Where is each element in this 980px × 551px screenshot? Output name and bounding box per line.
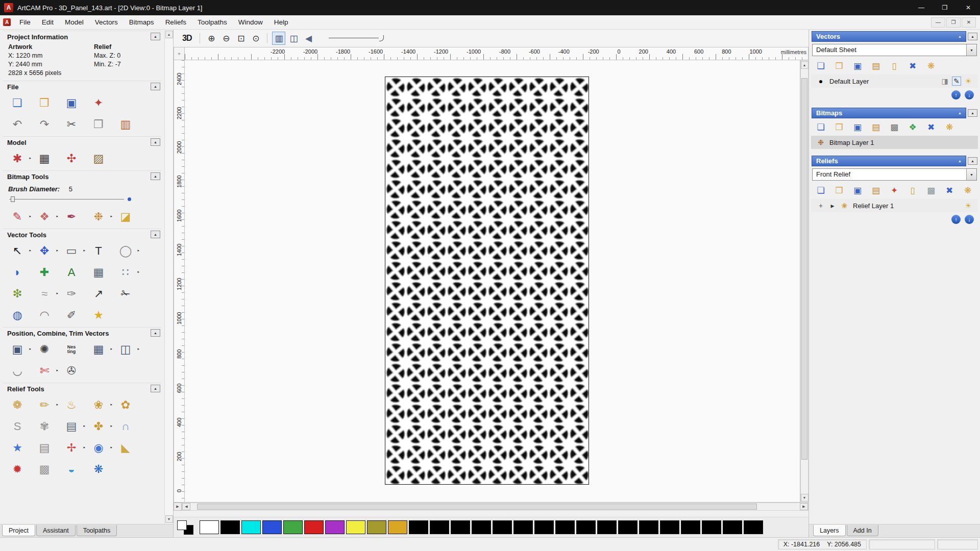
color-swatch-6[interactable] (325, 520, 345, 534)
sculpting-icon[interactable]: ✣ (63, 151, 80, 167)
zoom-window-icon[interactable]: ⊡ (234, 32, 248, 45)
paint-selective-icon[interactable]: ❖▸ (36, 209, 53, 225)
bitmap-layer-name[interactable]: Bitmap Layer 1 (829, 139, 973, 146)
color-swatch-24[interactable] (702, 520, 721, 534)
swept-profile-icon[interactable]: S (9, 418, 26, 435)
minimize-button[interactable]: — (910, 0, 933, 15)
create-rectangle-icon[interactable]: ▭▸ (63, 243, 80, 259)
relief-selector[interactable]: Front Relief ▼ (812, 168, 977, 181)
collapse-section-button[interactable]: ▲ (151, 231, 160, 238)
collapse-section-button[interactable]: ▲ (151, 83, 160, 90)
expand-icon[interactable]: ▸ (828, 201, 837, 210)
move-layer-up-button[interactable]: ↑ (951, 215, 961, 224)
collapse-section-button[interactable]: ▲ (151, 33, 160, 40)
chevron-down-icon[interactable]: ▼ (966, 44, 976, 56)
merge-relief-layers-icon[interactable]: ❋ (962, 185, 973, 196)
horizontal-scroll-thumb[interactable] (197, 504, 757, 510)
menu-window[interactable]: Window (233, 15, 268, 29)
tab-assistant[interactable]: Assistant (36, 525, 76, 536)
vertical-scroll-thumb[interactable] (801, 78, 807, 460)
menu-bitmaps[interactable]: Bitmaps (124, 15, 160, 29)
import-vectors-icon[interactable]: ▤ (870, 60, 881, 71)
mdi-minimize-button[interactable]: — (931, 17, 945, 28)
menu-help[interactable]: Help (268, 15, 294, 29)
toggle-bitmap-icon[interactable]: ◫ (287, 32, 300, 45)
turn-icon[interactable]: ❀▸ (90, 397, 107, 413)
texture-relief-icon[interactable]: ★ (9, 440, 26, 456)
adjust-model-icon[interactable]: ✱▸ (9, 151, 26, 167)
copy-icon[interactable]: ❐ (90, 116, 107, 133)
text-block-icon[interactable]: A (63, 264, 80, 281)
collapse-section-button[interactable]: ▲ (151, 138, 160, 146)
relief-layer-name[interactable]: Relief Layer 1 (853, 202, 960, 210)
dome-relief-icon[interactable]: ◉▸ (90, 440, 107, 456)
node-editing-icon[interactable]: ↗ (90, 286, 107, 302)
brush-diameter-slider[interactable] (9, 195, 124, 203)
create-polyline-icon[interactable]: ✚ (36, 264, 53, 281)
snap-grid-icon[interactable]: ▦ (90, 264, 107, 281)
relief-sheet-icon[interactable]: ▯ (907, 185, 918, 196)
greyscale-view-icon[interactable]: ▦ (36, 151, 53, 167)
select-vectors-icon[interactable]: ↖▸ (9, 243, 26, 259)
view-3d-button[interactable]: 3D (179, 33, 195, 43)
free-polyline-icon[interactable]: ≈▸ (36, 286, 53, 302)
nesting-icon[interactable]: Nes ting (63, 341, 80, 358)
create-star-icon[interactable]: ★ (90, 307, 107, 323)
spiral-icon[interactable]: ✇ (63, 363, 80, 379)
color-swatch-19[interactable] (597, 520, 617, 534)
ruler-origin-button[interactable]: + (174, 47, 185, 60)
2d-view-canvas[interactable] (185, 60, 800, 503)
scroll-up-icon[interactable]: ▲ (801, 61, 808, 69)
save-bitmap-icon[interactable]: ▣ (852, 121, 863, 133)
scroll-down-icon[interactable]: ▼ (801, 494, 808, 502)
pan-view-icon[interactable]: ▥ (272, 32, 285, 45)
zoom-out-icon[interactable]: ⊖ (219, 32, 233, 45)
maximize-button[interactable]: ❐ (933, 0, 957, 15)
move-layer-down-button[interactable]: ↓ (965, 90, 974, 99)
menu-edit[interactable]: Edit (36, 15, 59, 29)
cut-icon[interactable]: ✂ (63, 116, 80, 133)
mdi-close-button[interactable]: ✕ (962, 17, 976, 28)
reliefs-header[interactable]: Reliefs ▲ (812, 156, 966, 166)
merge-vector-layers-icon[interactable]: ❋ (925, 60, 937, 71)
delete-relief-layer-icon[interactable]: ✖ (944, 185, 955, 196)
relief-from-image-icon[interactable]: ▩ (36, 461, 53, 478)
open-vectors-icon[interactable]: ❒ (834, 60, 845, 71)
collapse-section-button[interactable]: ▲ (151, 329, 160, 337)
merge-bitmap-layers-icon[interactable]: ❋ (944, 121, 955, 133)
reliefs-collapse-button[interactable]: ▲ (968, 157, 977, 165)
bitmaps-header[interactable]: Bitmaps ▲ (812, 108, 966, 118)
color-swatch-25[interactable] (723, 520, 742, 534)
color-swatch-7[interactable] (346, 520, 365, 534)
zoom-in-icon[interactable]: ⊕ (205, 32, 218, 45)
relief-envelope-icon[interactable]: ▤ (36, 440, 53, 456)
weave-icon[interactable]: ✾ (36, 418, 53, 435)
color-swatch-22[interactable] (660, 520, 679, 534)
weave-wizard-icon[interactable]: ✿ (117, 397, 134, 413)
open-model-icon[interactable]: ❒ (36, 95, 53, 111)
sheet-selector[interactable]: Default Sheet ▼ (812, 44, 977, 56)
fade-relief-icon[interactable]: ✢▸ (63, 440, 80, 456)
interactive-sculpting-icon[interactable]: ◒ (63, 461, 80, 478)
offset-relief-icon[interactable]: ✹ (9, 461, 26, 478)
bit-pattern-icon[interactable]: ∷▸ (117, 264, 134, 281)
expand-toolbar-button[interactable]: ▶ (174, 503, 182, 511)
vector-layer-name[interactable]: Default Layer (829, 78, 936, 85)
vertical-scroll-track[interactable] (801, 69, 807, 493)
model-wizard-icon[interactable]: ✦ (90, 95, 107, 111)
align-vectors-icon[interactable]: ▣▸ (9, 341, 26, 358)
flood-fill-icon[interactable]: ◪ (117, 209, 134, 225)
slider-thumb[interactable] (11, 196, 15, 202)
chevron-down-icon[interactable]: ▼ (966, 169, 976, 180)
menu-model[interactable]: Model (59, 15, 89, 29)
new-relief-layer-icon[interactable]: ❏ (815, 185, 826, 196)
move-layer-up-button[interactable]: ↑ (951, 90, 961, 99)
new-model-icon[interactable]: ❏ (9, 95, 26, 111)
horizontal-scrollbar[interactable]: ◀ ▶ (182, 503, 808, 511)
circular-copy-icon[interactable]: ✺ (36, 341, 53, 358)
save-model-icon[interactable]: ▣ (63, 95, 80, 111)
move-layer-down-button[interactable]: ↓ (965, 215, 974, 224)
color-swatch-5[interactable] (304, 520, 324, 534)
close-button[interactable]: ✕ (957, 0, 980, 15)
face-wizard-icon[interactable]: ▨ (90, 151, 107, 167)
